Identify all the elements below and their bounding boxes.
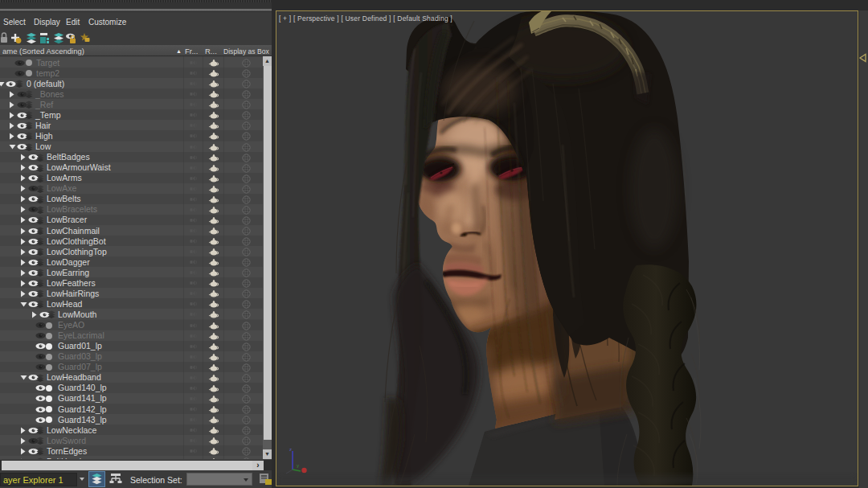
svg-text:y: y <box>297 463 299 468</box>
svg-text:z: z <box>289 447 292 452</box>
